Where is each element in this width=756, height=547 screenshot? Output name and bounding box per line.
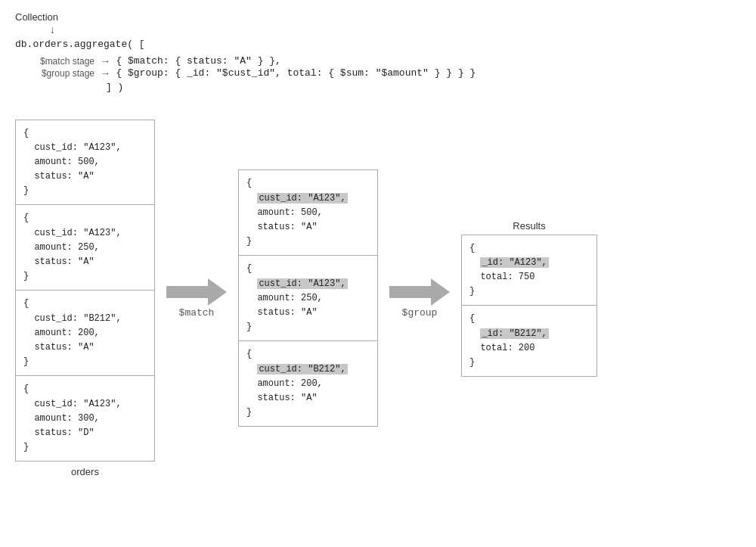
match-arrow-icon: → xyxy=(102,55,108,67)
match-annotation: $match stage → { $match: { status: "A" }… xyxy=(26,55,476,67)
diagram-area: { cust_id: "A123", amount: 500, status: … xyxy=(15,120,741,478)
highlight-cust-id-3: cust_id: "B212", xyxy=(257,364,347,375)
match-arrow-area: $match xyxy=(155,278,238,319)
collection-doc-2: { cust_id: "A123", amount: 250, status: … xyxy=(16,205,154,291)
match-arrow: $match xyxy=(166,278,227,319)
code-area: db.orders.aggregate( [ $match stage → { … xyxy=(15,36,741,97)
svg-marker-0 xyxy=(166,278,227,306)
collection-doc-1: { cust_id: "A123", amount: 500, status: … xyxy=(16,120,154,206)
filtered-doc-1: { cust_id: "A123", amount: 500, status: … xyxy=(239,170,377,256)
group-arrow-svg xyxy=(389,278,450,306)
svg-marker-1 xyxy=(389,278,450,306)
match-stage-label: $match stage xyxy=(26,56,94,67)
highlight-id-2: _id: "B212", xyxy=(480,328,548,339)
group-arrow-icon: → xyxy=(102,67,108,79)
collection-doc-3: { cust_id: "B212", amount: 200, status: … xyxy=(16,291,154,376)
group-stage-label: $group stage xyxy=(26,68,94,79)
code-close: ] ) xyxy=(15,79,741,97)
collection-box: { cust_id: "A123", amount: 500, status: … xyxy=(15,120,155,462)
filtered-box: { cust_id: "A123", amount: 500, status: … xyxy=(238,169,378,427)
group-annotation: $group stage → { $group: { _id: "$cust_i… xyxy=(26,67,476,79)
highlight-cust-id-2: cust_id: "A123", xyxy=(257,278,347,289)
collection-doc-4: { cust_id: "A123", amount: 300, status: … xyxy=(16,376,154,461)
results-box: { _id: "A123", total: 750 } { _id: "B212… xyxy=(461,235,597,378)
result-doc-2: { _id: "B212", total: 200 } xyxy=(462,306,596,376)
highlight-id-1: _id: "A123", xyxy=(480,257,548,268)
match-code: { $match: { status: "A" } }, xyxy=(116,55,280,67)
group-arrow-label: $group xyxy=(402,307,438,319)
filtered-doc-2: { cust_id: "A123", amount: 250, status: … xyxy=(239,256,377,341)
group-arrow: $group xyxy=(389,278,450,319)
collection-name: orders xyxy=(71,466,99,477)
result-doc-1: { _id: "A123", total: 750 } xyxy=(462,235,596,306)
code-line1: db.orders.aggregate( [ xyxy=(15,36,741,54)
collection-label: Collection xyxy=(15,11,741,23)
match-arrow-label: $match xyxy=(179,307,215,319)
match-arrow-svg xyxy=(166,278,227,306)
filtered-doc-3: { cust_id: "B212", amount: 200, status: … xyxy=(239,341,377,426)
top-section: Collection ↓ db.orders.aggregate( [ $mat… xyxy=(15,8,741,97)
down-arrow-icon: ↓ xyxy=(49,24,55,36)
group-code: { $group: { _id: "$cust_id", total: { $s… xyxy=(116,67,476,79)
highlight-cust-id-1: cust_id: "A123", xyxy=(257,193,347,204)
results-title: Results xyxy=(461,220,597,232)
annotation-group: $match stage → { $match: { status: "A" }… xyxy=(26,55,476,79)
results-section: Results { _id: "A123", total: 750 } { _i… xyxy=(461,220,597,378)
group-arrow-area: $group xyxy=(378,278,461,319)
